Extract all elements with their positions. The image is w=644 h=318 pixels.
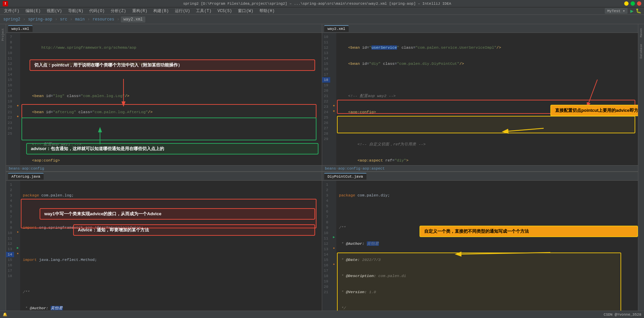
window-title: spring2 [D:\Program Files\idea_project\s… [10, 2, 624, 6]
bottom-editors-row: AfterLog.java 1 2 3 4 5 6 7 8 9 10 [6, 172, 638, 311]
menu-analyze[interactable]: 分析(Z) [108, 7, 129, 14]
left-xml-content[interactable]: 7 8 9 10 11 12 13 14 15 16 17 18 19 20 [6, 33, 322, 165]
breadcrumb-nav: spring2 › spring-aop › src › main › reso… [0, 15, 644, 24]
src-crumb[interactable]: src [59, 16, 69, 22]
left-xml-breadcrumb: beans › aop:config [6, 165, 322, 171]
window-controls [624, 1, 641, 6]
menu-help[interactable]: 帮助(H) [257, 7, 278, 14]
tab-diy-java[interactable]: DiyPointCut.java [324, 173, 366, 180]
menu-view[interactable]: 视图(V) [44, 7, 65, 14]
menu-edit[interactable]: 编辑(E) [23, 7, 44, 14]
debug-btn[interactable]: 🐛 [636, 8, 641, 14]
project-panel-label[interactable]: Project [1, 28, 5, 41]
run-btn[interactable]: ▶ [630, 8, 634, 14]
left-java-line-numbers: 1 2 3 4 5 6 7 8 9 10 11 12 13 14 [6, 181, 15, 311]
right-java-editor: DiyPointCut.java 1 2 3 4 5 6 7 8 9 10 [322, 172, 638, 311]
tab-way1-xml[interactable]: way1.xml [8, 25, 33, 32]
right-xml-editor: way2.xml 10 11 12 13 14 15 16 17 18 [322, 24, 638, 171]
left-xml-line-numbers: 7 8 9 10 11 12 13 14 15 16 17 18 19 20 [6, 33, 15, 165]
menu-vcs[interactable]: VCS(S) [215, 8, 235, 14]
menu-refactor[interactable]: 重构(R) [130, 7, 150, 14]
left-xml-tab-bar: way1.xml [6, 24, 322, 33]
right-xml-code[interactable]: <bean id="userService" class="com.palen.… [336, 33, 638, 165]
main-crumb[interactable]: main [74, 16, 86, 22]
resources-crumb[interactable]: resources [91, 16, 116, 22]
right-sidebar: Maven Database [638, 24, 644, 311]
maven-label[interactable]: Maven [640, 28, 643, 37]
menu-code[interactable]: 代码(O) [87, 7, 107, 14]
menu-navigate[interactable]: 导航(N) [65, 7, 86, 14]
right-xml-line-numbers: 10 11 12 13 14 15 16 17 18 19 20 21 22 2… [322, 33, 332, 165]
left-java-content[interactable]: 1 2 3 4 5 6 7 8 9 10 11 12 13 14 [6, 181, 322, 311]
title-bar: I spring2 [D:\Program Files\idea_project… [0, 0, 644, 7]
right-xml-tab-bar: way2.xml [322, 24, 638, 33]
status-right-text: CSDN @Yvonne_3528 [604, 313, 641, 317]
top-editors-row: way1.xml 7 8 9 10 11 12 13 14 15 [6, 24, 638, 172]
menu-bar: 文件(F) 编辑(E) 视图(V) 导航(N) 代码(O) 分析(Z) 重构(R… [0, 7, 644, 15]
module-crumb[interactable]: spring-aop [27, 16, 54, 22]
menu-file[interactable]: 文件(F) [1, 7, 22, 14]
editors-container: way1.xml 7 8 9 10 11 12 13 14 15 [6, 24, 638, 311]
right-java-gutter: ▶ ◆ ◆ [332, 181, 336, 311]
status-text: 🔔 [3, 312, 7, 317]
left-java-gutter: ◆ ▶ ◆ [15, 181, 20, 311]
close-btn[interactable] [637, 1, 641, 6]
database-label[interactable]: Database [640, 44, 643, 58]
status-bar: 🔔 CSDN @Yvonne_3528 [0, 311, 644, 318]
app-icon: I [3, 1, 8, 6]
left-sidebar: Project [0, 24, 6, 311]
tab-afterlog-java[interactable]: AfterLog.java [8, 173, 44, 180]
file-crumb[interactable]: way2.xml [121, 16, 146, 22]
right-xml-content[interactable]: 10 11 12 13 14 15 16 17 18 19 20 21 22 2… [322, 33, 638, 165]
main-area: Project way1.xml 7 8 9 10 [0, 24, 644, 311]
run-config-selector[interactable]: MyTest ▾ [605, 8, 628, 14]
tab-way2-xml[interactable]: way2.xml [324, 25, 349, 32]
left-xml-code[interactable]: http://www.springframework.org/schema/ao… [20, 33, 322, 165]
left-xml-editor: way1.xml 7 8 9 10 11 12 13 14 15 [6, 24, 322, 171]
right-java-code[interactable]: package com.palen.diy; /** * @Author: 吴怡… [336, 181, 638, 311]
left-xml-gutter: ◆ ◆ [15, 33, 20, 165]
maximize-btn[interactable] [631, 1, 635, 6]
menu-run[interactable]: 运行(U) [172, 7, 193, 14]
right-xml-breadcrumb: beans › aop:config › aop:aspect [322, 165, 638, 171]
left-java-editor: AfterLog.java 1 2 3 4 5 6 7 8 9 10 [6, 172, 322, 311]
right-java-content[interactable]: 1 2 3 4 5 6 7 8 9 10 11 12 13 14 [322, 181, 638, 311]
right-java-line-numbers: 1 2 3 4 5 6 7 8 9 10 11 12 13 14 [322, 181, 332, 311]
right-java-tab-bar: DiyPointCut.java [322, 172, 638, 181]
menu-tools[interactable]: 工具(T) [193, 7, 214, 14]
menu-window[interactable]: 窗口(W) [235, 7, 256, 14]
minimize-btn[interactable] [624, 1, 629, 6]
menu-build[interactable]: 构建(B) [151, 7, 171, 14]
left-java-tab-bar: AfterLog.java [6, 172, 322, 181]
left-java-code[interactable]: package com.palen.log; import org.spring… [20, 181, 322, 311]
right-xml-gutter: ◆ ◆ [332, 33, 336, 165]
project-crumb[interactable]: spring2 [2, 16, 21, 22]
